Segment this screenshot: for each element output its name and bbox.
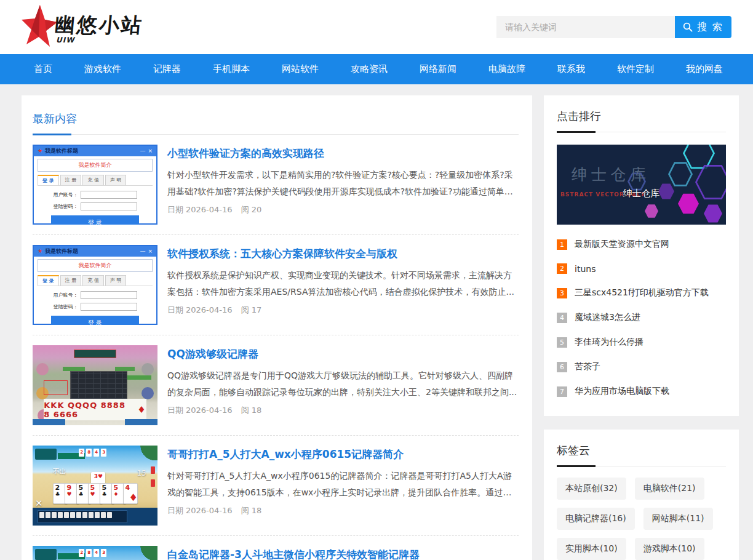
nav-item-guides[interactable]: 攻略资讯 [335, 54, 404, 84]
site-header: 幽悠小站 UIW 搜 索 [0, 0, 753, 54]
search-bar: 搜 索 [496, 16, 731, 38]
article-title[interactable]: 哥哥打打A_5人打大A_wx小程序0615记牌器简介 [167, 447, 404, 462]
rank-badge: 6 [557, 362, 567, 372]
nav-item-net-news[interactable]: 网络新闻 [404, 54, 472, 84]
beach-card-game-screenshot: 28 43 不出 15 3♥ [33, 546, 157, 560]
rank-list: 1 最新版天堂资源中文官网 2 ituns 3 三星scx4521f打印机驱动官… [557, 232, 726, 404]
banner-caption: 绅士仓库 [557, 188, 726, 199]
tag-item[interactable]: 游戏脚本(10) [635, 538, 704, 560]
diamond-suit-icon: ♦ [137, 404, 146, 415]
rank-item[interactable]: 5 李佳琦为什么停播 [557, 330, 726, 354]
logo-star-icon [22, 4, 57, 50]
nav-item-contact[interactable]: 联系我 [541, 54, 601, 84]
article-meta: 日期2026-04-16 阅17 [167, 305, 519, 316]
click-ranking-panel: 点击排行 绅士仓库 BSTRACT VECTOR BACK 绅士仓库 1 最新版… [544, 95, 739, 416]
qq-game-screenshot: KKK QQQQ 8888 8 6666 ♦ [33, 345, 157, 425]
article-row: 28 43 不出 15 3♥ 白金岛记牌器-3人斗地主微信小程序关特效智能记牌器 [33, 536, 519, 560]
tag-cloud: 本站原创(32) 电脑软件(21) 电脑记牌器(16) 网站脚本(11) 实用脚… [557, 478, 726, 560]
window-app-icon: ★ [38, 148, 42, 154]
article-thumbnail[interactable]: 28 43 不出 15 3♥ [33, 546, 157, 560]
rank-banner[interactable]: 绅士仓库 BSTRACT VECTOR BACK 绅士仓库 [557, 145, 726, 225]
nav-item-pc-faults[interactable]: 电脑故障 [472, 54, 541, 84]
tag-item[interactable]: 本站原创(32) [557, 478, 626, 500]
window-app-icon: ★ [38, 249, 42, 254]
beach-card-game-screenshot: 28 43 不出 15 3♥ 2♣ 9♥ 5♣ 5♥ 5♣ 5♦ [33, 446, 157, 526]
article-description: 针对小型软件开发需求，以下是精简实用的?软件验证方案?核心要点：?轻量级加密体系… [167, 167, 519, 199]
nav-item-site-software[interactable]: 网站软件 [266, 54, 335, 84]
article-row: 28 43 不出 15 3♥ 2♣ 9♥ 5♣ 5♥ 5♣ 5♦ [33, 436, 519, 536]
rank-item[interactable]: 2 ituns [557, 257, 726, 281]
article-thumbnail[interactable]: KKK QQQQ 8888 8 6666 ♦ [33, 345, 157, 425]
tag-item[interactable]: 电脑记牌器(16) [557, 508, 635, 530]
login-window-mock: ★ 我是软件标题 — × 我是软件简介 登 录 注 册 充 值 声 明 用户账号… [33, 145, 157, 225]
nav-item-netdisk[interactable]: 我的网盘 [670, 54, 739, 84]
tag-item[interactable]: 电脑软件(21) [635, 478, 704, 500]
rank-item[interactable]: 1 最新版天堂资源中文官网 [557, 232, 726, 257]
close-icon: × [148, 148, 153, 154]
rank-item[interactable]: 7 华为应用市场电脑版下载 [557, 379, 726, 404]
rank-item[interactable]: 3 三星scx4521f打印机驱动官方下载 [557, 281, 726, 305]
login-window-mock: ★ 我是软件标题 — × 我是软件简介 登 录 注 册 充 值 声 明 用户账号… [33, 245, 157, 325]
article-row: KKK QQQQ 8888 8 6666 ♦ QQ游戏够级记牌器 QQ游戏够级记… [33, 335, 519, 436]
minimize-icon: — [140, 249, 145, 254]
nav-item-home[interactable]: 首页 [18, 54, 68, 84]
nav-item-mobile-script[interactable]: 手机脚本 [197, 54, 266, 84]
main-nav: 首页 游戏软件 记牌器 手机脚本 网站软件 攻略资讯 网络新闻 电脑故障 联系我… [0, 54, 753, 84]
click-ranking-heading: 点击排行 [557, 109, 726, 132]
article-thumbnail[interactable]: ★ 我是软件标题 — × 我是软件简介 登 录 注 册 充 值 声 明 用户账号… [33, 145, 157, 225]
nav-item-custom-software[interactable]: 软件定制 [601, 54, 670, 84]
article-row: ★ 我是软件标题 — × 我是软件简介 登 录 注 册 充 值 声 明 用户账号… [33, 135, 519, 235]
article-row: ★ 我是软件标题 — × 我是软件简介 登 录 注 册 充 值 声 明 用户账号… [33, 235, 519, 335]
close-icon: ✕ [35, 498, 43, 509]
article-title[interactable]: 小型软件验证方案的高效实现路径 [167, 146, 324, 161]
sidebar: 点击排行 绅士仓库 BSTRACT VECTOR BACK 绅士仓库 1 最新版… [544, 95, 739, 560]
rank-badge: 1 [557, 239, 567, 250]
search-button[interactable]: 搜 索 [675, 16, 731, 38]
search-icon [683, 22, 693, 32]
rank-item[interactable]: 6 苦茶子 [557, 354, 726, 379]
search-button-label: 搜 索 [697, 21, 723, 34]
article-title[interactable]: 白金岛记牌器-3人斗地主微信小程序关特效智能记牌器 [167, 548, 420, 560]
rank-badge: 3 [557, 288, 567, 298]
article-title[interactable]: QQ游戏够级记牌器 [167, 347, 258, 361]
close-icon: × [148, 249, 153, 254]
minimize-icon: — [140, 148, 145, 154]
brand-name: 幽悠小站 [54, 12, 145, 39]
rank-badge: 4 [557, 313, 567, 323]
rank-badge: 2 [557, 263, 567, 274]
article-thumbnail[interactable]: ★ 我是软件标题 — × 我是软件简介 登 录 注 册 充 值 声 明 用户账号… [33, 245, 157, 325]
article-meta: 日期2026-04-16 阅18 [167, 405, 519, 416]
search-input[interactable] [496, 16, 675, 38]
nav-item-game-software[interactable]: 游戏软件 [68, 54, 137, 84]
tag-cloud-heading: 标签云 [557, 443, 726, 466]
brand-sub: UIW [56, 36, 74, 44]
site-logo[interactable]: 幽悠小站 UIW [22, 4, 143, 50]
article-meta: 日期2026-04-16 阅18 [167, 505, 519, 516]
tag-item[interactable]: 网站脚本(11) [643, 508, 713, 530]
article-meta: 日期2026-04-16 阅20 [167, 204, 519, 215]
rank-badge: 5 [557, 337, 567, 348]
latest-content-panel: 最新内容 ★ 我是软件标题 — × 我是软件简介 登 录 注 册 充 值 [22, 95, 532, 560]
latest-content-heading: 最新内容 [33, 111, 519, 135]
article-description: 针对哥哥打打A_5人打大A_wx小程序0615的记牌器简介：记牌器是哥哥打打A5… [167, 468, 519, 500]
article-thumbnail[interactable]: 28 43 不出 15 3♥ 2♣ 9♥ 5♣ 5♥ 5♣ 5♦ [33, 446, 157, 526]
rank-item[interactable]: 4 魔域迷城3怎么进 [557, 305, 726, 330]
tag-item[interactable]: 实用脚本(10) [557, 538, 626, 560]
tag-cloud-panel: 标签云 本站原创(32) 电脑软件(21) 电脑记牌器(16) 网站脚本(11)… [544, 430, 739, 560]
article-description: 软件授权系统是保护知识产权、实现商业变现的关键技术。针对不同场景需求，主流解决方… [167, 267, 519, 300]
article-title[interactable]: 软件授权系统：五大核心方案保障软件安全与版权 [167, 247, 397, 261]
article-description: QQ游戏够级记牌器是专门用于QQ游戏大厅够级玩法的辅助工具。它针对够级六人、四副… [167, 367, 519, 400]
nav-item-card-recorder[interactable]: 记牌器 [137, 54, 197, 84]
content-area: 最新内容 ★ 我是软件标题 — × 我是软件简介 登 录 注 册 充 值 [0, 84, 753, 560]
rank-badge: 7 [557, 386, 567, 397]
